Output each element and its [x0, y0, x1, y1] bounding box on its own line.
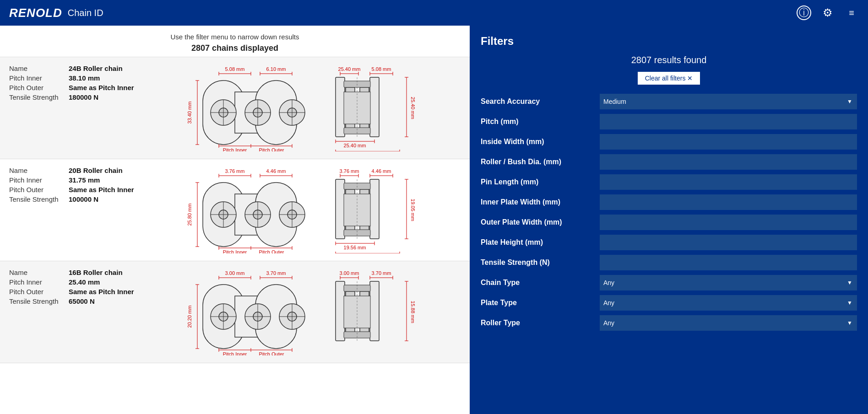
filter-row-plate-height: Plate Height (mm) — [481, 234, 857, 251]
tensile-row: Tensile Strength 180000 N — [9, 93, 137, 101]
pitch-inner-row: Pitch Inner 25.40 mm — [9, 278, 137, 286]
pitch-inner-label: Pitch Inner — [9, 74, 69, 82]
pin-length-label: Pin Length (mm) — [481, 178, 600, 186]
pitch-inner-label: Pitch Inner — [9, 278, 69, 286]
pitch-outer-row: Pitch Outer Same as Pitch Inner — [9, 84, 137, 91]
pitch-inner-value: 38.10 mm — [69, 74, 137, 82]
name-label: Name — [9, 167, 69, 174]
inner-plate-width-label: Inner Plate Width (mm) — [481, 198, 600, 206]
pitch-outer-row: Pitch Outer Same as Pitch Inner — [9, 186, 137, 194]
svg-rect-42 — [336, 77, 345, 137]
tensile-value: 180000 N — [69, 93, 137, 101]
inside-width-input[interactable] — [600, 134, 857, 150]
chain-type-wrapper: Any Roller Bush Silent ▼ — [600, 275, 857, 290]
chain-info: Name 20B Roller chain Pitch Inner 31.75 … — [9, 167, 137, 205]
tensile-value: 100000 N — [69, 195, 137, 203]
pin-length-input[interactable] — [600, 174, 857, 190]
info-icon[interactable]: ⓘ — [797, 5, 811, 20]
svg-text:3.70 mm: 3.70 mm — [266, 270, 286, 276]
main-layout: Use the filter menu to narrow down resul… — [0, 26, 868, 414]
svg-text:19.56 mm: 19.56 mm — [344, 245, 366, 250]
svg-text:3.76 mm: 3.76 mm — [340, 168, 359, 174]
svg-rect-104 — [370, 179, 379, 239]
chain-info: Name 16B Roller chain Pitch Inner 25.40 … — [9, 269, 137, 307]
clear-filters-button[interactable]: Clear all filters ✕ — [638, 72, 700, 85]
filters-panel: Filters 2807 results found Clear all fil… — [470, 26, 868, 414]
chain-name-row: Name 20B Roller chain — [9, 167, 137, 174]
roller-type-wrapper: Any Standard Solid ▼ — [600, 315, 857, 331]
svg-text:5.08 mm: 5.08 mm — [372, 66, 391, 72]
chain-diagrams: 3.76 mm 4.46 mm 25.80 mm — [137, 167, 465, 253]
results-found: 2807 results found — [481, 55, 857, 65]
svg-text:19.05 mm: 19.05 mm — [410, 199, 416, 221]
filter-row-plate-type: Plate Type Any Standard Heavy ▼ — [481, 294, 857, 312]
filter-row-roller-bush: Roller / Bush Dia. (mm) — [481, 153, 857, 171]
svg-text:3.00 mm: 3.00 mm — [340, 270, 359, 276]
plate-type-label: Plate Type — [481, 299, 600, 307]
pitch-inner-value: 31.75 mm — [69, 176, 137, 184]
name-value: 20B Roller chain — [69, 167, 137, 174]
name-value: 16B Roller chain — [69, 269, 137, 276]
svg-text:20.20 mm: 20.20 mm — [187, 306, 192, 328]
chain-diagrams: 3.00 mm 3.70 mm 20.20 mm — [137, 269, 465, 355]
tensile-label: Tensile Strength — [9, 93, 69, 101]
plate-height-input[interactable] — [600, 235, 857, 250]
pitch-inner-row: Pitch Inner 38.10 mm — [9, 74, 137, 82]
svg-rect-43 — [370, 77, 379, 137]
pitch-outer-label: Pitch Outer — [9, 288, 69, 296]
chain-item: Name 16B Roller chain Pitch Inner 25.40 … — [0, 261, 470, 363]
chain-info: Name 24B Roller chain Pitch Inner 38.10 … — [9, 65, 137, 103]
roller-bush-input[interactable] — [600, 154, 857, 170]
roller-type-label: Roller Type — [481, 319, 600, 327]
name-label: Name — [9, 269, 69, 276]
settings-icon[interactable]: ⚙ — [820, 5, 835, 20]
inside-width-label: Inside Width (mm) — [481, 138, 600, 146]
chain-type-select[interactable]: Any Roller Bush Silent — [600, 275, 857, 290]
chain-diagrams: 5.08 mm 6.10 mm 33.40 mm — [137, 65, 465, 151]
plate-type-select[interactable]: Any Standard Heavy — [600, 295, 857, 311]
tensile-row: Tensile Strength 100000 N — [9, 195, 137, 203]
plate-height-label: Plate Height (mm) — [481, 238, 600, 247]
svg-rect-166 — [370, 281, 379, 341]
top-view-diagram: 5.08 mm 6.10 mm 33.40 mm — [180, 65, 322, 151]
filter-row-tensile-strength: Tensile Strength (N) — [481, 254, 857, 271]
svg-text:3.70 mm: 3.70 mm — [372, 270, 391, 276]
svg-text:33.40 mm: 33.40 mm — [187, 102, 192, 124]
pitch-outer-value: Same as Pitch Inner — [69, 288, 137, 296]
search-accuracy-select[interactable]: Low Medium High — [600, 94, 857, 109]
app-header: RENOLD Chain ID ⓘ ⚙ ≡ — [0, 0, 868, 26]
pitch-input[interactable] — [600, 114, 857, 129]
roller-type-select[interactable]: Any Standard Solid — [600, 315, 857, 331]
pitch-outer-label: Pitch Outer — [9, 186, 69, 194]
svg-rect-165 — [336, 281, 345, 341]
chain-name-row: Name 24B Roller chain — [9, 65, 137, 72]
tensile-label: Tensile Strength — [9, 195, 69, 203]
results-list[interactable]: Name 24B Roller chain Pitch Inner 38.10 … — [0, 57, 470, 414]
filter-row-inside-width: Inside Width (mm) — [481, 133, 857, 151]
app-title: Chain ID — [68, 8, 103, 18]
search-accuracy-label: Search Accuracy — [481, 97, 600, 106]
name-value: 24B Roller chain — [69, 65, 137, 72]
svg-text:Pitch Inner: Pitch Inner — [223, 249, 247, 253]
tensile-strength-input[interactable] — [600, 255, 857, 270]
side-view-diagram-2: 3.76 mm 4.46 mm — [331, 167, 423, 253]
search-accuracy-wrapper: Low Medium High ▼ — [600, 94, 857, 109]
side-view-diagram: 25.40 mm 5.08 mm — [331, 65, 423, 151]
svg-text:4.46 mm: 4.46 mm — [372, 168, 391, 174]
side-view-diagram-3: 3.00 mm 3.70 mm — [331, 269, 423, 355]
filter-hint: Use the filter menu to narrow down resul… — [0, 33, 470, 41]
chain-item: Name 20B Roller chain Pitch Inner 31.75 … — [0, 159, 470, 261]
filter-row-inner-plate-width: Inner Plate Width (mm) — [481, 194, 857, 211]
tensile-strength-label: Tensile Strength (N) — [481, 258, 600, 267]
filter-row-pitch: Pitch (mm) — [481, 113, 857, 130]
outer-plate-width-label: Outer Plate Width (mm) — [481, 218, 600, 226]
svg-text:Pitch Outer: Pitch Outer — [259, 351, 284, 355]
menu-icon[interactable]: ≡ — [844, 5, 859, 20]
inner-plate-width-input[interactable] — [600, 194, 857, 210]
svg-text:4.46 mm: 4.46 mm — [266, 168, 286, 174]
plate-type-wrapper: Any Standard Heavy ▼ — [600, 295, 857, 311]
tensile-value: 65000 N — [69, 297, 137, 305]
outer-plate-width-input[interactable] — [600, 215, 857, 230]
svg-text:3.00 mm: 3.00 mm — [225, 270, 245, 276]
header-left: RENOLD Chain ID — [9, 6, 103, 20]
